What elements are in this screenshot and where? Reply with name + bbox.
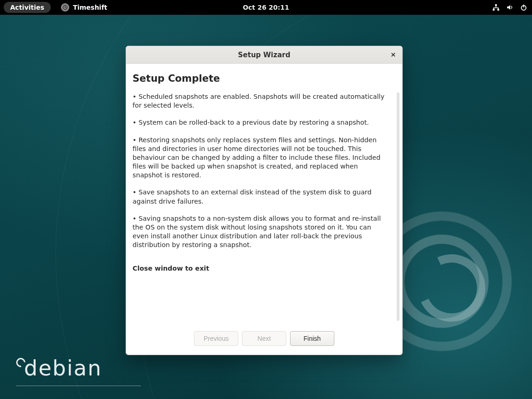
- svg-rect-2: [493, 9, 495, 11]
- scrollbar[interactable]: [397, 92, 399, 321]
- app-menu-label: Timeshift: [73, 4, 107, 11]
- next-button: Next: [242, 331, 286, 346]
- clock[interactable]: Oct 26 20:11: [243, 4, 290, 11]
- distro-label: debian: [16, 356, 102, 381]
- dialog-titlebar[interactable]: Setup Wizard: [126, 46, 402, 64]
- network-icon[interactable]: [492, 4, 500, 11]
- activities-button[interactable]: Activities: [4, 2, 51, 13]
- desktop-background: debian Activities Timeshift Oct 26 20:11…: [0, 0, 532, 399]
- svg-rect-1: [495, 4, 497, 6]
- close-button[interactable]: [388, 50, 398, 59]
- power-icon[interactable]: [520, 4, 527, 11]
- dialog-footer: Previous Next Finish: [126, 326, 402, 355]
- close-icon: [391, 52, 396, 57]
- exit-hint: Close window to exit: [133, 264, 394, 273]
- dialog-page: Setup Complete • Scheduled snapshots are…: [126, 64, 402, 326]
- top-bar: Activities Timeshift Oct 26 20:11: [0, 0, 532, 15]
- app-icon: [61, 3, 69, 12]
- volume-icon[interactable]: [506, 4, 514, 11]
- previous-button: Previous: [194, 331, 238, 346]
- finish-button[interactable]: Finish: [290, 331, 334, 346]
- bullet-item: • Scheduled snapshots are enabled. Snaps…: [133, 92, 394, 110]
- setup-wizard-dialog: Setup Wizard Setup Complete • Scheduled …: [126, 46, 403, 355]
- bullet-item: • System can be rolled-back to a previou…: [133, 118, 394, 127]
- distro-name: debian: [24, 356, 102, 381]
- dialog-title: Setup Wizard: [238, 51, 290, 59]
- page-heading: Setup Complete: [133, 73, 394, 84]
- page-body: • Scheduled snapshots are enabled. Snaps…: [133, 92, 394, 273]
- svg-rect-3: [497, 9, 499, 11]
- bullet-item: • Restoring snapshots only replaces syst…: [133, 136, 394, 180]
- system-tray[interactable]: [492, 4, 527, 11]
- bullet-item: • Save snapshots to an external disk ins…: [133, 188, 394, 206]
- app-menu[interactable]: Timeshift: [61, 3, 107, 12]
- bullet-item: • Saving snapshots to a non-system disk …: [133, 214, 394, 250]
